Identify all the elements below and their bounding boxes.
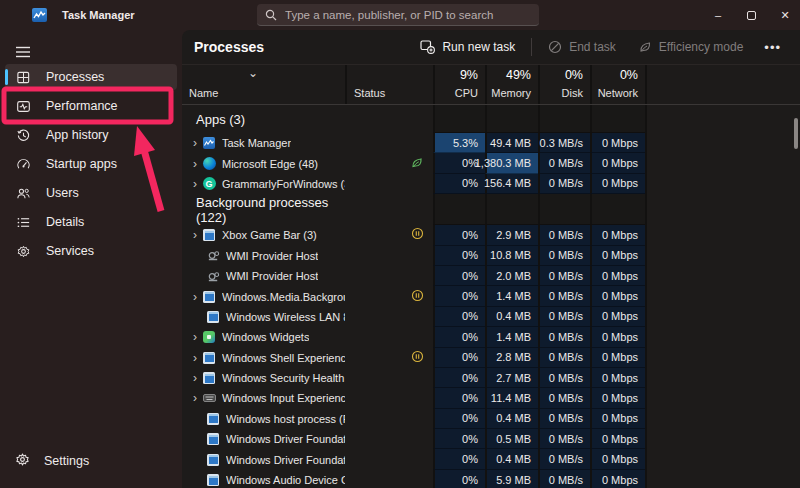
- sidebar-item-label: Settings: [44, 454, 89, 468]
- column-header-network[interactable]: 0% Network: [590, 65, 645, 104]
- disk-value: 0 MB/s: [538, 388, 590, 408]
- users-icon: [15, 185, 32, 202]
- process-name: Microsoft Edge (48): [222, 158, 318, 170]
- sidebar-item-label: Services: [46, 244, 94, 258]
- status-cell: [345, 348, 433, 368]
- expand-chevron-icon[interactable]: ›: [188, 178, 202, 190]
- process-row[interactable]: Windows host process (Rundll...0%0.4 MB0…: [182, 409, 800, 429]
- expand-chevron-icon[interactable]: ›: [188, 137, 202, 149]
- window-icon: [202, 228, 216, 242]
- sidebar-item-details[interactable]: Details: [5, 209, 177, 235]
- sidebar-item-startup-apps[interactable]: Startup apps: [5, 151, 177, 177]
- process-row[interactable]: ›Windows.Media.BackgroundPl...0%1.4 MB0 …: [182, 286, 800, 306]
- process-name: Windows Shell Experience Hos...: [222, 352, 345, 364]
- process-row[interactable]: Windows Driver Foundation - ...0%0.4 MB0…: [182, 449, 800, 469]
- column-header-memory[interactable]: 49% Memory: [485, 65, 538, 104]
- memory-cell: [485, 105, 538, 133]
- end-task-label: End task: [569, 40, 616, 54]
- end-task-button[interactable]: End task: [538, 34, 626, 60]
- network-value: 0 Mbps: [590, 348, 645, 368]
- network-value: 0 Mbps: [590, 153, 645, 173]
- task-manager-icon: [202, 136, 216, 150]
- expand-chevron-icon[interactable]: ›: [188, 372, 202, 384]
- network-cell: [590, 105, 645, 133]
- expand-chevron-icon[interactable]: ›: [188, 331, 202, 343]
- menu-toggle-button[interactable]: [9, 39, 37, 65]
- row-filler: [645, 194, 800, 225]
- process-row[interactable]: Windows Wireless LAN 802.1...0%0.4 MB0 M…: [182, 307, 800, 327]
- close-button[interactable]: ✕: [765, 0, 800, 30]
- sidebar-item-performance[interactable]: Performance: [5, 93, 177, 119]
- process-row[interactable]: WMI Provider Host0%2.0 MB0 MB/s0 Mbps: [182, 266, 800, 286]
- cpu-value: 0%: [433, 449, 485, 469]
- sidebar-item-processes[interactable]: Processes: [5, 64, 177, 90]
- memory-value: 2.9 MB: [485, 225, 538, 245]
- cpu-value: 0%: [433, 266, 485, 286]
- cpu-value: 0%: [433, 327, 485, 347]
- cpu-value: 0%: [433, 368, 485, 388]
- memory-value: 5.9 MB: [485, 470, 538, 488]
- row-filler: [645, 348, 800, 368]
- process-row[interactable]: ›Xbox Game Bar (3)0%2.9 MB0 MB/s0 Mbps: [182, 225, 800, 245]
- vertical-scrollbar[interactable]: [794, 118, 798, 149]
- process-row[interactable]: Windows Driver Foundation - ...0%0.5 MB0…: [182, 429, 800, 449]
- status-cell: [345, 266, 433, 286]
- process-row[interactable]: ›Task Manager5.3%49.4 MB0.3 MB/s0 Mbps: [182, 133, 800, 153]
- close-icon: ✕: [780, 9, 789, 22]
- paused-status-icon: [411, 349, 424, 367]
- network-value: 0 Mbps: [590, 470, 645, 488]
- disk-value: 0 MB/s: [538, 174, 590, 194]
- cpu-value: 0%: [433, 409, 485, 429]
- status-cell: [345, 307, 433, 327]
- sidebar-item-label: Users: [46, 186, 79, 200]
- cpu-value: 0%: [433, 174, 485, 194]
- disk-value: 0 MB/s: [538, 409, 590, 429]
- sidebar-item-settings[interactable]: Settings: [5, 448, 177, 474]
- process-row[interactable]: ›GGrammarlyForWindows (32 bi...0%156.4 M…: [182, 174, 800, 194]
- efficiency-mode-button[interactable]: Efficiency mode: [628, 34, 754, 60]
- sidebar-nav: ProcessesPerformanceApp historyStartup a…: [0, 64, 182, 267]
- expand-chevron-icon[interactable]: ›: [188, 352, 202, 364]
- run-new-task-label: Run new task: [442, 40, 515, 54]
- disk-value: 0 MB/s: [538, 429, 590, 449]
- expand-chevron-icon[interactable]: ›: [188, 229, 202, 241]
- section-header[interactable]: Background processes (122): [182, 194, 800, 225]
- process-row[interactable]: Windows Audio Device Graph...0%5.9 MB0 M…: [182, 470, 800, 488]
- column-header-cpu[interactable]: 9% CPU: [433, 65, 485, 104]
- process-row[interactable]: ›Windows Shell Experience Hos...0%2.8 MB…: [182, 348, 800, 368]
- expand-chevron-icon[interactable]: ›: [188, 291, 202, 303]
- column-label: Network: [598, 87, 638, 99]
- keyboard-icon: [202, 391, 216, 405]
- process-row[interactable]: WMI Provider Host0%10.8 MB0 MB/s0 Mbps: [182, 246, 800, 266]
- gear-gray-icon: [206, 269, 220, 283]
- grammarly-icon: G: [202, 177, 216, 191]
- column-header-disk[interactable]: 0% Disk: [538, 65, 590, 104]
- process-row[interactable]: ›Windows Input Experience0%11.4 MB0 MB/s…: [182, 388, 800, 408]
- section-header[interactable]: Apps (3): [182, 105, 800, 133]
- sidebar-item-app-history[interactable]: App history: [5, 122, 177, 148]
- network-value: 0 Mbps: [590, 368, 645, 388]
- sidebar-item-services[interactable]: Services: [5, 238, 177, 264]
- sidebar-item-users[interactable]: Users: [5, 180, 177, 206]
- process-name: Windows Driver Foundation - ...: [226, 454, 345, 466]
- expand-chevron-icon[interactable]: ›: [188, 158, 202, 170]
- column-header-status[interactable]: Status: [345, 65, 433, 104]
- section-label: Apps (3): [188, 112, 245, 127]
- search-box[interactable]: [257, 4, 539, 26]
- more-options-button[interactable]: •••: [755, 40, 790, 55]
- process-row[interactable]: ›Windows Security Health Servi...0%2.7 M…: [182, 368, 800, 388]
- search-input[interactable]: [285, 9, 531, 21]
- run-new-task-button[interactable]: Run new task: [410, 34, 525, 60]
- process-row[interactable]: ›Microsoft Edge (48)0%1,380.3 MB0 MB/s0 …: [182, 153, 800, 173]
- cpu-value: 0%: [433, 429, 485, 449]
- window-icon: [202, 290, 216, 304]
- status-cell: [345, 194, 433, 225]
- status-cell: [345, 470, 433, 488]
- task-manager-app-icon: [32, 8, 47, 22]
- window-icon: [206, 432, 220, 446]
- window-icon: [202, 371, 216, 385]
- column-header-name[interactable]: ⌄ Name: [182, 65, 345, 104]
- process-row[interactable]: ›Windows Widgets0%1.4 MB0 MB/s0 Mbps: [182, 327, 800, 347]
- table-header: ⌄ Name Status 9% CPU 49% Memory 0% Disk …: [182, 64, 800, 105]
- expand-chevron-icon[interactable]: ›: [188, 392, 202, 404]
